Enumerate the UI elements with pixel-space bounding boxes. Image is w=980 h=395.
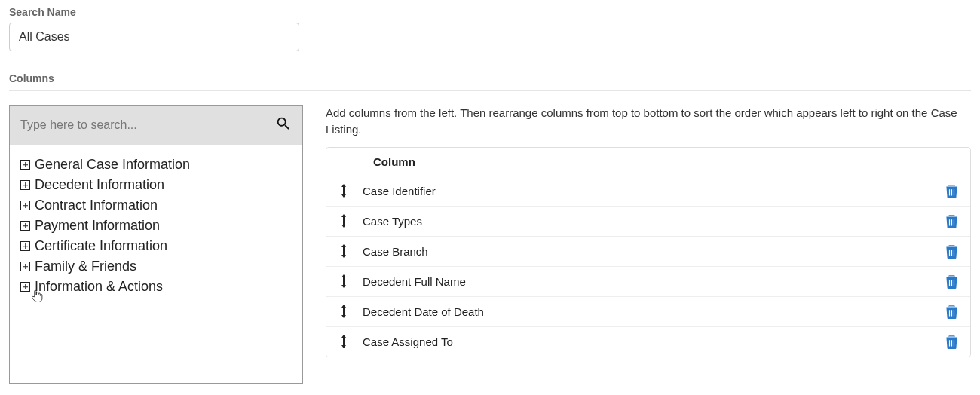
column-row: Case Branch (326, 237, 970, 267)
tree-item-certificate-information[interactable]: Certificate Information (20, 236, 292, 256)
search-name-label: Search Name (9, 6, 971, 18)
tree-item-decedent-information[interactable]: Decedent Information (20, 175, 292, 195)
column-row: Decedent Full Name (326, 267, 970, 297)
delete-icon[interactable] (945, 335, 958, 349)
tree-item-label: General Case Information (35, 157, 190, 173)
columns-layout: General Case Information Decedent Inform… (9, 105, 971, 384)
column-name: Case Types (363, 215, 945, 228)
delete-icon[interactable] (945, 274, 958, 289)
delete-icon[interactable] (945, 305, 958, 319)
expand-icon (20, 180, 30, 190)
tree-item-payment-information[interactable]: Payment Information (20, 216, 292, 236)
column-name: Case Assigned To (363, 335, 945, 348)
column-table-header: Column (326, 148, 970, 176)
column-name: Case Identifier (363, 185, 945, 198)
selected-columns-table: Column Case Identifier Case Types (326, 147, 971, 357)
expand-icon (20, 241, 30, 251)
tree-item-label: Information & Actions (35, 279, 163, 295)
tree-item-general-case-information[interactable]: General Case Information (20, 155, 292, 175)
drag-handle-icon[interactable] (338, 274, 349, 288)
tree-item-family-friends[interactable]: Family & Friends (20, 256, 292, 277)
tree-item-label: Decedent Information (35, 177, 164, 193)
search-name-group: Search Name (9, 6, 971, 51)
drag-handle-icon[interactable] (338, 244, 349, 258)
drag-handle-icon[interactable] (338, 335, 349, 348)
column-tree: General Case Information Decedent Inform… (10, 145, 302, 306)
column-name: Case Branch (363, 245, 945, 258)
tree-item-label: Contract Information (35, 198, 158, 213)
column-name: Decedent Full Name (363, 275, 945, 288)
delete-icon[interactable] (945, 244, 958, 259)
selected-columns-panel: Add columns from the left. Then rearrang… (326, 105, 971, 357)
tree-item-information-actions[interactable]: Information & Actions (20, 277, 292, 297)
column-search-input[interactable] (20, 118, 275, 132)
expand-icon (20, 282, 30, 292)
expand-icon (20, 201, 30, 210)
tree-item-label: Payment Information (35, 218, 160, 234)
column-name: Decedent Date of Death (363, 305, 945, 318)
tree-item-contract-information[interactable]: Contract Information (20, 195, 292, 216)
tree-item-label: Certificate Information (35, 238, 167, 254)
drag-handle-icon[interactable] (338, 184, 349, 198)
columns-help-text: Add columns from the left. Then rearrang… (326, 105, 971, 138)
drag-handle-icon[interactable] (338, 214, 349, 228)
delete-icon[interactable] (945, 184, 958, 198)
divider (9, 90, 971, 91)
expand-icon (20, 262, 30, 271)
available-columns-panel: General Case Information Decedent Inform… (9, 105, 303, 384)
column-row: Case Assigned To (326, 327, 970, 357)
drag-handle-icon[interactable] (338, 305, 349, 318)
tree-item-label: Family & Friends (35, 259, 136, 274)
column-search-bar (10, 105, 302, 145)
columns-section-label: Columns (9, 72, 971, 84)
column-row: Case Identifier (326, 176, 970, 207)
delete-icon[interactable] (945, 214, 958, 228)
column-row: Case Types (326, 207, 970, 237)
search-icon[interactable] (275, 115, 292, 135)
search-name-input[interactable] (9, 23, 299, 51)
expand-icon (20, 221, 30, 231)
column-row: Decedent Date of Death (326, 297, 970, 327)
expand-icon (20, 160, 30, 170)
